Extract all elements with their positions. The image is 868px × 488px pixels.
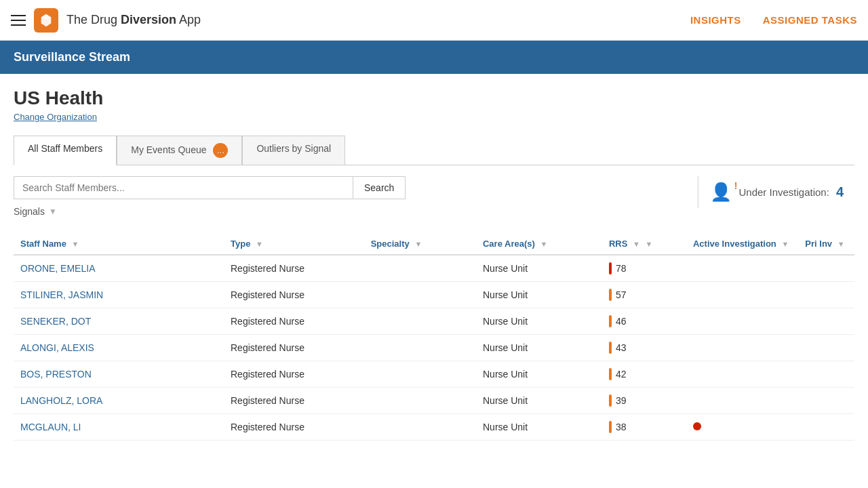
main-content: US Health Change Organization All Staff … bbox=[0, 74, 868, 441]
staff-care-cell: Nurse Unit bbox=[476, 335, 602, 361]
header-nav: INSIGHTS ASSIGNED TASKS bbox=[690, 14, 857, 26]
rrs-bar bbox=[609, 368, 612, 380]
staff-type-cell: Registered Nurse bbox=[224, 308, 364, 335]
specialty-filter-icon[interactable]: ▼ bbox=[414, 240, 422, 248]
staff-care-cell: Nurse Unit bbox=[476, 255, 602, 282]
staff-rrs-cell: 78 bbox=[602, 255, 686, 282]
rrs-value: 57 bbox=[616, 289, 627, 300]
staff-specialty-cell bbox=[364, 308, 476, 335]
rrs-value: 38 bbox=[616, 422, 627, 432]
rrs-bar bbox=[609, 315, 612, 327]
org-title: US Health bbox=[14, 87, 854, 109]
staff-specialty-cell bbox=[364, 414, 476, 441]
search-row: Search bbox=[14, 176, 684, 199]
col-header-care-areas: Care Area(s) ▼ bbox=[476, 233, 602, 255]
col-header-active-investigation: Active Investigation ▼ bbox=[686, 233, 798, 255]
staff-pri-inv-cell bbox=[798, 388, 854, 414]
staff-pri-inv-cell bbox=[798, 414, 854, 441]
staff-name-cell[interactable]: LANGHOLZ, LORA bbox=[14, 388, 224, 414]
staff-rrs-cell: 43 bbox=[602, 335, 686, 361]
change-org-link[interactable]: Change Organization bbox=[14, 112, 854, 122]
nav-insights[interactable]: INSIGHTS bbox=[690, 14, 741, 26]
active-inv-indicator bbox=[693, 422, 701, 430]
nav-assigned-tasks[interactable]: ASSIGNED TASKS bbox=[763, 14, 857, 26]
staff-active-inv-cell bbox=[686, 255, 798, 282]
table-row: MCGLAUN, LI Registered Nurse Nurse Unit … bbox=[14, 414, 854, 441]
table-row: LANGHOLZ, LORA Registered Nurse Nurse Un… bbox=[14, 388, 854, 414]
staff-care-cell: Nurse Unit bbox=[476, 361, 602, 388]
staff-active-inv-cell bbox=[686, 335, 798, 361]
type-filter-icon[interactable]: ▼ bbox=[256, 240, 263, 248]
staff-active-inv-cell bbox=[686, 361, 798, 388]
staff-pri-inv-cell bbox=[798, 282, 854, 308]
staff-name-filter-icon[interactable]: ▼ bbox=[72, 240, 79, 248]
investigation-count: 4 bbox=[836, 184, 844, 200]
staff-active-inv-cell bbox=[686, 414, 798, 441]
col-header-staff-name: Staff Name ▼ bbox=[14, 233, 224, 255]
staff-pri-inv-cell bbox=[798, 361, 854, 388]
staff-care-cell: Nurse Unit bbox=[476, 308, 602, 335]
tab-outliers[interactable]: Outliers by Signal bbox=[242, 136, 345, 165]
staff-name-cell[interactable]: MCGLAUN, LI bbox=[14, 414, 224, 441]
table-row: BOS, PRESTON Registered Nurse Nurse Unit… bbox=[14, 361, 854, 388]
table-header-row: Staff Name ▼ Type ▼ Specialty ▼ Care Are… bbox=[14, 233, 854, 255]
table-row: SENEKER, DOT Registered Nurse Nurse Unit… bbox=[14, 308, 854, 335]
my-events-badge: … bbox=[213, 143, 228, 158]
staff-care-cell: Nurse Unit bbox=[476, 388, 602, 414]
rrs-value: 43 bbox=[616, 342, 627, 353]
surveillance-banner: Surveillance Stream bbox=[0, 41, 868, 74]
staff-name-cell[interactable]: SENEKER, DOT bbox=[14, 308, 224, 335]
signals-row: Signals ▼ bbox=[14, 206, 684, 217]
search-button[interactable]: Search bbox=[353, 176, 406, 199]
staff-specialty-cell bbox=[364, 335, 476, 361]
staff-name-cell[interactable]: ORONE, EMELIA bbox=[14, 255, 224, 282]
investigation-icon: 👤 ! bbox=[710, 182, 732, 203]
signals-filter-icon[interactable]: ▼ bbox=[49, 207, 57, 216]
staff-type-cell: Registered Nurse bbox=[224, 388, 364, 414]
rrs-value: 42 bbox=[616, 369, 627, 380]
staff-pri-inv-cell bbox=[798, 255, 854, 282]
table-row: STILINER, JASMIN Registered Nurse Nurse … bbox=[14, 282, 854, 308]
col-header-pri-inv: Pri Inv ▼ bbox=[798, 233, 854, 255]
care-filter-icon[interactable]: ▼ bbox=[540, 240, 547, 248]
rrs-sort-icon[interactable]: ▼ bbox=[633, 240, 640, 248]
col-header-rrs: RRS ▼ ▼ bbox=[602, 233, 686, 255]
under-investigation-widget: 👤 ! Under Investigation: 4 bbox=[697, 176, 854, 208]
staff-name-cell[interactable]: STILINER, JASMIN bbox=[14, 282, 224, 308]
staff-pri-inv-cell bbox=[798, 335, 854, 361]
active-inv-filter-icon[interactable]: ▼ bbox=[781, 240, 789, 248]
tab-my-events[interactable]: My Events Queue … bbox=[117, 136, 242, 165]
staff-rrs-cell: 39 bbox=[602, 388, 686, 414]
search-left: Search Signals ▼ bbox=[14, 176, 684, 217]
staff-specialty-cell bbox=[364, 255, 476, 282]
staff-care-cell: Nurse Unit bbox=[476, 414, 602, 441]
rrs-bar bbox=[609, 262, 612, 274]
staff-active-inv-cell bbox=[686, 282, 798, 308]
rrs-value: 39 bbox=[616, 395, 627, 406]
staff-name-cell[interactable]: ALONGI, ALEXIS bbox=[14, 335, 224, 361]
pri-inv-filter-icon[interactable]: ▼ bbox=[837, 240, 845, 248]
staff-active-inv-cell bbox=[686, 308, 798, 335]
tab-bar: All Staff Members My Events Queue … Outl… bbox=[14, 136, 854, 165]
hamburger-menu[interactable] bbox=[11, 15, 26, 26]
app-title: The Drug Diversion App bbox=[66, 13, 201, 27]
staff-type-cell: Registered Nurse bbox=[224, 361, 364, 388]
staff-specialty-cell bbox=[364, 282, 476, 308]
rrs-bar bbox=[609, 421, 612, 433]
staff-table: Staff Name ▼ Type ▼ Specialty ▼ Care Are… bbox=[14, 233, 854, 441]
staff-table-container: Staff Name ▼ Type ▼ Specialty ▼ Care Are… bbox=[14, 233, 854, 441]
staff-name-cell[interactable]: BOS, PRESTON bbox=[14, 361, 224, 388]
header-left: The Drug Diversion App bbox=[11, 8, 690, 33]
staff-rrs-cell: 46 bbox=[602, 308, 686, 335]
staff-rrs-cell: 42 bbox=[602, 361, 686, 388]
search-input[interactable] bbox=[14, 176, 353, 199]
rrs-filter-icon[interactable]: ▼ bbox=[646, 240, 653, 248]
staff-rrs-cell: 38 bbox=[602, 414, 686, 441]
table-row: ORONE, EMELIA Registered Nurse Nurse Uni… bbox=[14, 255, 854, 282]
staff-specialty-cell bbox=[364, 361, 476, 388]
staff-type-cell: Registered Nurse bbox=[224, 255, 364, 282]
staff-type-cell: Registered Nurse bbox=[224, 335, 364, 361]
staff-type-cell: Registered Nurse bbox=[224, 282, 364, 308]
tab-all-staff[interactable]: All Staff Members bbox=[14, 136, 117, 165]
investigation-label: Under Investigation: bbox=[738, 186, 829, 198]
